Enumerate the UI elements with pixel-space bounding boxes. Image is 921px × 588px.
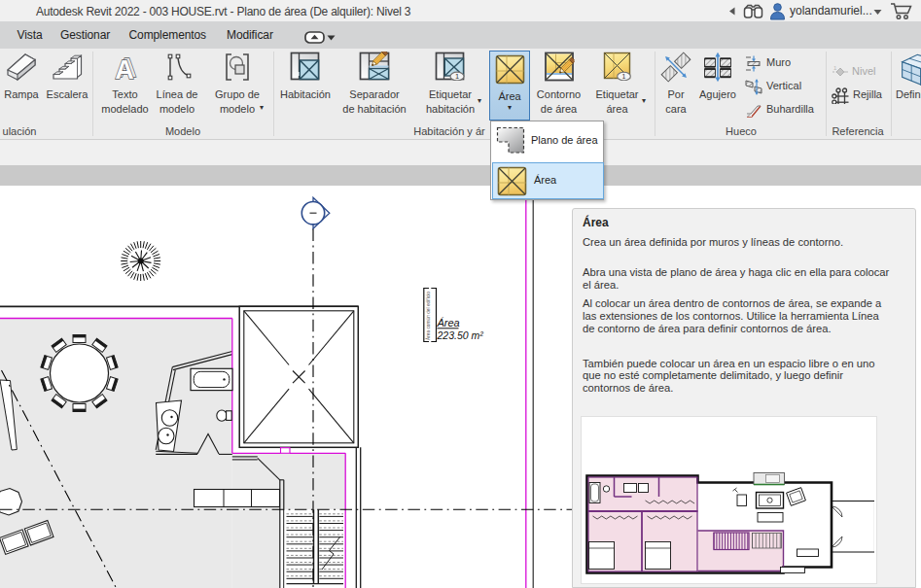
svg-text:Área común del edificio: Área común del edificio	[425, 292, 431, 340]
svg-text:A: A	[115, 55, 134, 84]
svg-text:1: 1	[621, 73, 625, 80]
svg-text:1: 1	[833, 65, 837, 71]
svg-text:Área: Área	[437, 317, 460, 329]
svg-text:1: 1	[455, 72, 459, 81]
svg-text:223.50 m²: 223.50 m²	[437, 329, 484, 341]
